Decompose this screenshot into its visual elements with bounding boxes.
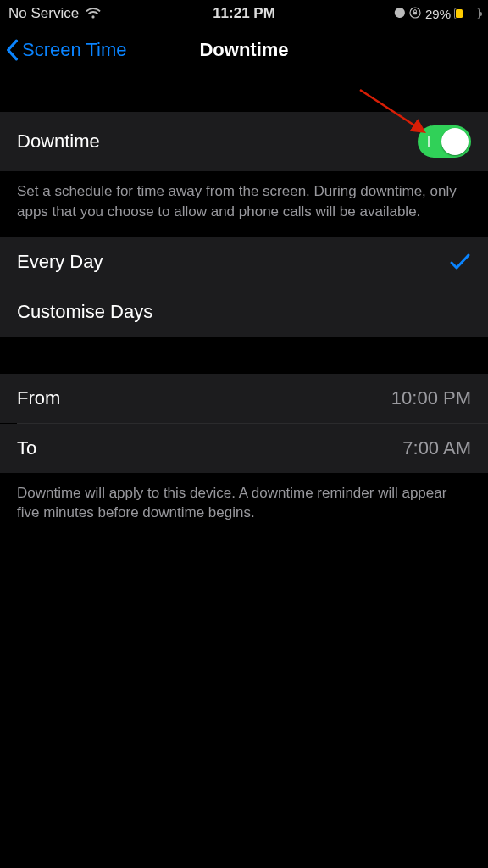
from-value: 10:00 PM bbox=[391, 387, 471, 409]
battery-icon bbox=[454, 8, 480, 19]
to-time-row[interactable]: To 7:00 AM bbox=[0, 424, 488, 473]
orientation-lock-icon bbox=[409, 7, 421, 21]
battery-percent: 29% bbox=[425, 7, 451, 21]
back-label: Screen Time bbox=[22, 39, 127, 61]
chevron-left-icon bbox=[5, 39, 19, 61]
schedule-customise-row[interactable]: Customise Days bbox=[0, 287, 488, 337]
schedule-every-day-row[interactable]: Every Day bbox=[0, 237, 488, 287]
from-label: From bbox=[17, 387, 60, 409]
downtime-description: Set a schedule for time away from the sc… bbox=[0, 171, 488, 237]
checkmark-icon bbox=[449, 253, 471, 271]
to-label: To bbox=[17, 437, 36, 459]
wifi-icon bbox=[86, 8, 101, 19]
downtime-toggle-row: Downtime bbox=[0, 112, 488, 171]
from-time-row[interactable]: From 10:00 PM bbox=[0, 374, 488, 423]
every-day-label: Every Day bbox=[17, 251, 103, 273]
to-value: 7:00 AM bbox=[402, 437, 471, 459]
nav-bar: Screen Time Downtime bbox=[0, 25, 488, 75]
moon-icon bbox=[393, 7, 405, 21]
battery-indicator: 29% bbox=[425, 7, 480, 21]
carrier-text: No Service bbox=[8, 5, 79, 22]
svg-rect-1 bbox=[413, 12, 417, 14]
status-bar: No Service 11:21 PM 29% bbox=[0, 0, 488, 25]
back-button[interactable]: Screen Time bbox=[0, 39, 127, 61]
customise-days-label: Customise Days bbox=[17, 301, 152, 323]
footer-note: Downtime will apply to this device. A do… bbox=[0, 473, 488, 539]
downtime-toggle[interactable] bbox=[418, 125, 471, 158]
downtime-toggle-label: Downtime bbox=[17, 131, 100, 153]
